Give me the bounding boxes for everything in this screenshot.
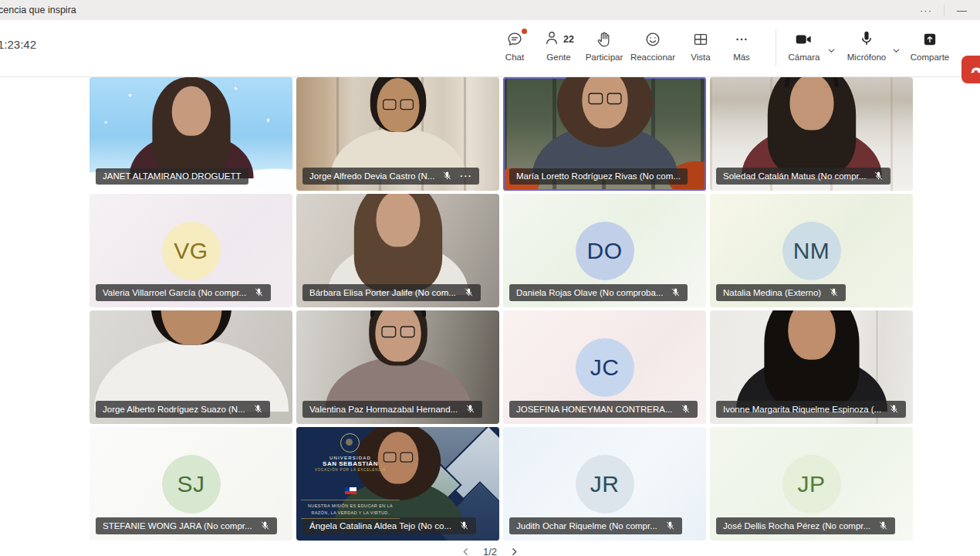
participant-video-silhouette [315,310,482,412]
microphone-button[interactable]: Micrófono [844,20,889,62]
participant-tile[interactable]: JCJOSEFINA HONEYMAN CONTRERA... [503,310,706,424]
mic-off-icon [442,171,452,181]
participant-name: Valentina Paz Hormazabal Hernand... [309,405,458,414]
participant-tile[interactable]: NMNatalia Medina (Externo) [710,194,913,307]
mic-off-icon [464,287,474,297]
participant-video-silhouette [318,194,478,295]
participant-name-label: JANET ALTAMIRANO DROGUETT [96,168,248,185]
participant-name-label: María Loretto Rodríguez Rivas (No com... [509,168,688,185]
window-titlebar: cencia que inspira ··· — [0,0,980,21]
people-button[interactable]: 22 Gente [536,20,582,76]
avatar: JP [782,455,841,514]
more-button[interactable]: Más [722,20,761,76]
participant-name-label: Valentina Paz Hormazabal Hernand... [302,401,482,418]
mic-off-icon [465,404,475,414]
participant-name-label: STEFANIE WONG JARA (No compr... [96,517,277,534]
participant-tile[interactable]: Ivonne Margarita Riquelme Espinoza (... [710,310,913,424]
uss-org-text: UNIVERSIDADSAN SEBASTIÁNVOCACIÓN POR LA … [310,456,390,472]
react-button[interactable]: Reaccionar [627,20,679,76]
avatar: VG [162,222,221,280]
participant-name: JANET ALTAMIRANO DROGUETT [103,171,242,181]
mic-off-icon [459,520,469,531]
people-icon [543,29,560,49]
participant-name: Valeria Villarroel García (No compr... [103,288,246,297]
mic-off-icon [671,287,681,297]
participant-video-silhouette [321,77,475,178]
participant-tile[interactable]: VGValeria Villarroel García (No compr... [90,194,292,307]
participant-name-label: Ivonne Margarita Riquelme Espinoza (... [716,401,906,418]
mic-off-icon [889,404,899,414]
pagination: 1/2 [0,546,980,556]
teams-meeting-window: cencia que inspira ··· — 1:23:42 Chat [0,0,980,556]
participant-tile[interactable]: JPJosé Dellis Rocha Pérez (No compr... [710,427,913,541]
participant-video-silhouette [120,77,262,178]
uss-mission-text: NUESTRA MISIÓN ES EDUCAR EN LARAZÓN, LA … [301,500,400,519]
prev-page-icon[interactable] [461,547,471,556]
raise-hand-button[interactable]: Participar [582,20,627,76]
microphone-chevron-icon[interactable] [892,44,901,58]
chat-notification-dot [522,29,527,34]
participant-name-label: Soledad Catalán Matus (No compr... [716,168,890,185]
share-button[interactable]: Comparte [907,20,952,62]
participant-tile[interactable]: Jorge Alfredo Devia Castro (N...··· [296,77,499,191]
participant-name-label: Ángela Catalina Aldea Tejo (No co... [302,517,476,534]
mic-off-icon [874,171,884,181]
leave-call-button[interactable] [961,56,980,83]
participant-name-label: Judith Ochar Riquelme (No compr... [509,517,682,534]
participant-name: Bárbara Elisa Porter Jalife (No com... [309,288,456,297]
participant-tile[interactable]: Jorge Alberto Rodríguez Suazo (N... [90,310,292,424]
participant-tile[interactable]: UNIVERSIDADSAN SEBASTIÁNVOCACIÓN POR LA … [296,427,499,541]
smiley-icon [644,30,661,49]
participant-name: Jorge Alberto Rodríguez Suazo (N... [103,405,245,414]
next-page-icon[interactable] [509,547,519,556]
participant-tile[interactable]: Bárbara Elisa Porter Jalife (No com... [296,194,499,307]
participant-name: STEFANIE WONG JARA (No compr... [103,521,252,531]
camera-button[interactable]: Cámara [782,20,826,62]
participant-name: Natalia Medina (Externo) [723,288,821,297]
share-screen-icon [921,30,938,49]
window-minimize-icon[interactable]: — [945,5,980,16]
chile-flag-icon [345,487,357,494]
glasses [381,326,414,337]
participant-name: Daniela Rojas Olave (No comproba... [516,288,663,297]
mic-off-icon [681,404,691,414]
avatar: SJ [162,455,221,514]
participant-tile[interactable]: SJSTEFANIE WONG JARA (No compr... [90,427,292,541]
hang-up-icon [969,63,980,77]
camera-chevron-icon[interactable] [827,44,836,58]
chat-icon [506,30,523,49]
mic-off-icon [260,520,270,531]
raise-hand-icon [596,30,612,49]
mic-off-icon [878,520,888,531]
avatar: JC [576,338,634,397]
participant-name: Ivonne Margarita Riquelme Espinoza (... [723,405,881,414]
participant-tile[interactable]: Soledad Catalán Matus (No compr... [710,77,913,191]
avatar: JR [576,455,634,514]
participant-name-label: Jorge Alfredo Devia Castro (N...··· [302,168,479,185]
participant-tile[interactable]: María Loretto Rodríguez Rivas (No com... [503,77,706,191]
tile-more-options-icon[interactable]: ··· [460,171,472,181]
window-more-icon[interactable]: ··· [908,5,944,16]
participant-tile[interactable]: JRJudith Ochar Riquelme (No compr... [503,427,706,541]
chat-button[interactable]: Chat [494,20,536,76]
meeting-timer: 1:23:42 [0,38,36,51]
headset [370,310,426,317]
view-button[interactable]: Vista [679,20,722,76]
participant-name: Ángela Catalina Aldea Tejo (No co... [309,521,451,531]
participant-grid: JANET ALTAMIRANO DROGUETTJorge Alfredo D… [90,77,913,541]
participant-tile[interactable]: DODaniela Rojas Olave (No comproba... [503,194,706,307]
participant-name: Jorge Alfredo Devia Castro (N... [309,171,434,181]
meeting-toolbar: 1:23:42 Chat [0,20,980,77]
glasses [588,93,621,104]
mic-off-icon [254,287,264,297]
participant-tile[interactable]: JANET ALTAMIRANO DROGUETT [90,77,292,191]
participant-video-silhouette [522,77,688,178]
mic-off-icon [829,287,839,297]
participant-video-silhouette [732,77,892,178]
participant-tile[interactable]: Valentina Paz Hormazabal Hernand... [296,310,499,424]
toolbar-divider [776,30,776,66]
glasses [383,100,414,110]
mic-off-icon [253,404,263,414]
participant-name: Judith Ochar Riquelme (No compr... [516,521,657,531]
participant-name: José Dellis Rocha Pérez (No compr... [723,521,870,531]
